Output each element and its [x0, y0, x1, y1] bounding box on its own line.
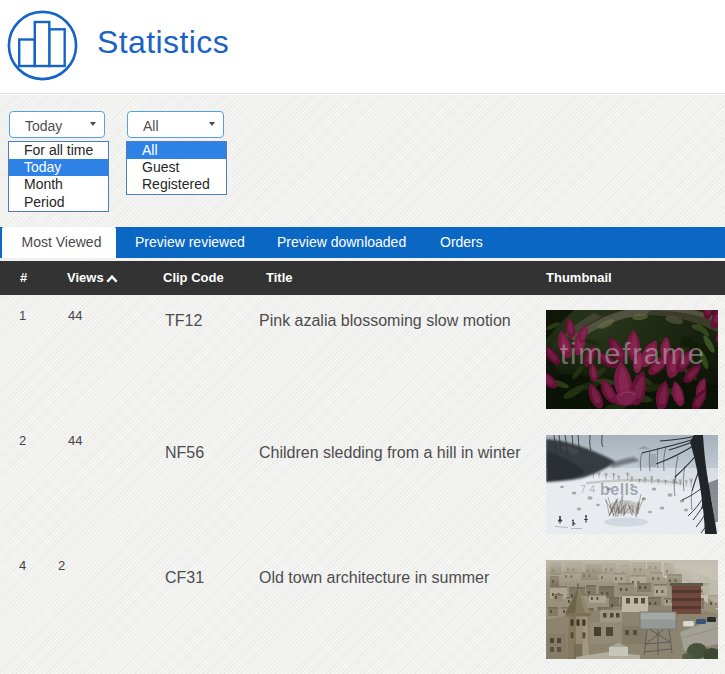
column-header-views[interactable]: Views: [67, 261, 104, 295]
user-type-select-dropdown: All Guest Registered: [126, 141, 227, 195]
dropdown-arrow-icon: [90, 122, 96, 126]
row-views: 44: [68, 433, 82, 448]
tab-bar: Most Viewed Preview reviewed Preview dow…: [0, 227, 725, 258]
row-number: 4: [19, 558, 26, 573]
option-guest[interactable]: Guest: [127, 159, 226, 176]
winter-photo-svg: 7 4 bells: [546, 435, 718, 534]
sort-ascending-icon: [106, 275, 118, 283]
tab-orders[interactable]: Orders: [440, 227, 483, 258]
page-title: Statistics: [97, 24, 229, 61]
column-header-num[interactable]: #: [20, 261, 27, 295]
row-thumbnail-winter[interactable]: 7 4 bells: [546, 435, 718, 534]
row-title: Old town architecture in summer: [259, 569, 489, 587]
page-header: Statistics: [0, 0, 725, 94]
row-clip-code: TF12: [165, 312, 202, 330]
option-all[interactable]: All: [127, 142, 226, 159]
row-title: Pink azalia blossoming slow motion: [259, 312, 511, 330]
column-header-clip-code[interactable]: Clip Code: [163, 261, 224, 295]
table-row: 4 2 CF31 Old town architecture in summer: [0, 553, 725, 674]
option-registered[interactable]: Registered: [127, 176, 226, 193]
period-select-dropdown: For all time Today Month Period: [8, 141, 109, 212]
tab-most-viewed[interactable]: Most Viewed: [2, 227, 116, 258]
tab-preview-downloaded[interactable]: Preview downloaded: [277, 227, 406, 258]
row-number: 2: [19, 433, 26, 448]
option-today[interactable]: Today: [9, 159, 108, 176]
period-select[interactable]: Today: [9, 111, 105, 138]
thumbnail-watermark-digits: 7 4: [580, 483, 595, 495]
user-type-select[interactable]: All: [127, 111, 224, 138]
table-row: 2 44 NF56 Children sledding from a hill …: [0, 428, 725, 553]
column-header-title[interactable]: Title: [266, 261, 293, 295]
row-title: Children sledding from a hill in winter: [259, 444, 520, 462]
content-area: Today All For all time Today Month Perio…: [0, 95, 725, 674]
row-thumbnail-old-town[interactable]: [546, 560, 718, 659]
row-clip-code: NF56: [165, 444, 204, 462]
thumbnail-watermark: timeframe: [560, 338, 704, 370]
row-views: 44: [68, 308, 82, 323]
row-thumbnail-azalea[interactable]: timeframe: [546, 310, 718, 409]
row-views: 2: [58, 558, 65, 573]
thumbnail-watermark: bells: [600, 481, 639, 498]
option-month[interactable]: Month: [9, 176, 108, 193]
row-number: 1: [19, 308, 26, 323]
azalea-photo-svg: timeframe: [546, 310, 718, 409]
row-clip-code: CF31: [165, 569, 204, 587]
statistics-logo-icon: [7, 9, 79, 83]
table-row: 1 44 TF12 Pink azalia blossoming slow mo…: [0, 303, 725, 428]
table-header: # Views Clip Code Title Thumbnail: [0, 261, 725, 295]
dropdown-arrow-icon: [209, 122, 215, 126]
period-select-value: Today: [25, 118, 62, 134]
old-town-photo-svg: [546, 560, 718, 659]
statistics-page: Statistics Today All For all time Today …: [0, 0, 725, 674]
user-type-select-value: All: [143, 118, 159, 134]
column-header-thumbnail[interactable]: Thumbnail: [546, 261, 612, 295]
option-period[interactable]: Period: [9, 194, 108, 211]
tab-preview-reviewed[interactable]: Preview reviewed: [135, 227, 245, 258]
option-for-all-time[interactable]: For all time: [9, 142, 108, 159]
